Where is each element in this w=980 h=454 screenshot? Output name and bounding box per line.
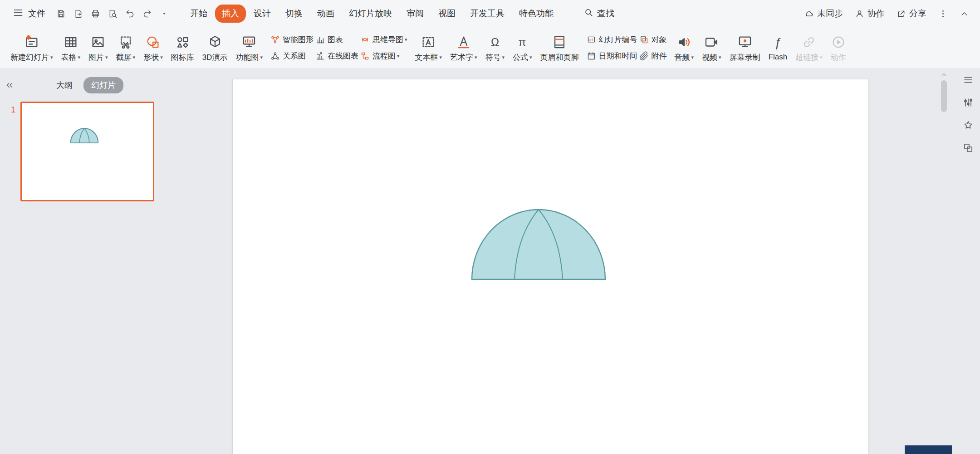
share-icon xyxy=(897,9,906,19)
dotsv-icon xyxy=(938,9,948,19)
ribbon-label: 艺术字▾ xyxy=(450,52,477,63)
undo-button[interactable] xyxy=(122,5,138,22)
more-menu-button[interactable] xyxy=(934,9,952,19)
ribbon-attachment-button[interactable]: 附件 xyxy=(639,51,667,61)
ribbon-new-slide-button[interactable]: 新建幻灯片▾ xyxy=(6,27,57,68)
share-button[interactable]: 分享 xyxy=(892,8,931,20)
file-menu-button[interactable]: 文件 xyxy=(13,7,45,20)
editor-canvas xyxy=(157,69,956,454)
smart-icon xyxy=(270,35,280,44)
scroll-up-button[interactable] xyxy=(940,71,948,78)
chevup-icon xyxy=(960,9,969,19)
slide-panel: 大纲 幻灯片 1 xyxy=(0,69,157,454)
relation-icon xyxy=(270,51,280,61)
ribbon-textbox-button[interactable]: 文本框▾ xyxy=(411,27,446,68)
raillist-icon xyxy=(963,74,974,85)
dome-shape[interactable] xyxy=(470,207,607,281)
ribbon-label: Flash xyxy=(769,53,788,62)
ribbon-symbol-button[interactable]: Ω符号▾ xyxy=(481,27,509,68)
railshapes-icon xyxy=(963,142,974,153)
ribbon-object-button[interactable]: 对象 xyxy=(639,34,667,45)
hyperlink-icon xyxy=(801,34,817,51)
ribbon-table-button[interactable]: 表格▾ xyxy=(57,27,85,68)
ribbon-audio-button[interactable]: 音频▾ xyxy=(671,27,698,68)
tab-outline[interactable]: 大纲 xyxy=(56,80,73,91)
ribbon-relationship-diagram-button[interactable]: 关系图 xyxy=(270,51,314,61)
print-preview-button[interactable] xyxy=(104,5,121,22)
ribbon-screenshot-button[interactable]: 截屏▾ xyxy=(112,27,140,68)
video-icon xyxy=(704,34,719,51)
menu-tab-view[interactable]: 视图 xyxy=(431,5,462,23)
sync-status-button[interactable]: 未同步 xyxy=(800,8,848,20)
ribbon-label: 表格▾ xyxy=(61,52,81,63)
print-button[interactable] xyxy=(87,5,103,22)
ribbon-wordart-button[interactable]: 艺术字▾ xyxy=(446,27,481,68)
titlebar: 文件 开始插入设计切换动画幻灯片放映审阅视图开发工具特色功能 查找 未同步协作分… xyxy=(0,0,980,27)
ribbon-icon-library-button[interactable]: 图标库 xyxy=(167,27,198,68)
collapse-ribbon-button[interactable] xyxy=(955,9,974,19)
ribbon-header-footer-button[interactable]: 页眉和页脚 xyxy=(536,27,583,68)
ribbon-3d-presentation-button[interactable]: 3D演示 xyxy=(198,27,232,68)
menu-tab-transition[interactable]: 切换 xyxy=(279,5,309,23)
menu-tab-features[interactable]: 特色功能 xyxy=(512,5,560,23)
ribbon-label: 文本框▾ xyxy=(415,52,442,63)
vertical-scrollbar xyxy=(939,71,948,143)
ribbon-label: 页眉和页脚 xyxy=(540,52,579,63)
ribbon-date-time-button[interactable]: 日期和时间 xyxy=(587,51,637,61)
collaborate-button[interactable]: 协作 xyxy=(850,8,889,20)
ribbon-formula-button[interactable]: π公式▾ xyxy=(509,27,536,68)
scrollbar-thumb[interactable] xyxy=(941,80,947,112)
ribbon-label: 新建幻灯片▾ xyxy=(10,52,53,63)
redo-button[interactable] xyxy=(139,5,155,22)
ribbon-smart-graphics-button[interactable]: 智能图形 xyxy=(270,34,314,45)
file-menu-label: 文件 xyxy=(28,8,45,20)
ribbon-slide-number-button[interactable]: #1幻灯片编号 xyxy=(587,34,637,45)
slide-thumbnail[interactable] xyxy=(20,102,154,201)
menu-tab-developer[interactable]: 开发工具 xyxy=(463,5,511,23)
panel-list-button[interactable] xyxy=(963,74,974,85)
save-button[interactable] xyxy=(53,5,69,22)
menu-tab-insert[interactable]: 插入 xyxy=(215,5,246,23)
person-icon xyxy=(855,9,864,19)
ribbon-shapes-button[interactable]: 形状▾ xyxy=(139,27,167,68)
menu-tab-slideshow[interactable]: 幻灯片放映 xyxy=(342,5,399,23)
ribbon-label: 图表 xyxy=(328,34,343,45)
attach-icon xyxy=(639,51,649,61)
ribbon-online-chart-button[interactable]: 在线图表 xyxy=(315,51,358,61)
menu-tabs: 开始插入设计切换动画幻灯片放映审阅视图开发工具特色功能 xyxy=(183,5,560,23)
chevron-down-icon: ▾ xyxy=(719,54,721,60)
flash-icon: ƒ xyxy=(770,34,785,51)
quickbar-more-button[interactable] xyxy=(156,5,172,22)
menu-tab-home[interactable]: 开始 xyxy=(183,5,214,23)
ribbon-mindmap-button[interactable]: 思维导图▾ xyxy=(360,34,407,45)
textbox-icon xyxy=(421,34,436,51)
ribbon-picture-button[interactable]: 图片▾ xyxy=(84,27,112,68)
ribbon-stack-column: 智能图形关系图 xyxy=(270,34,314,61)
export-button[interactable] xyxy=(70,5,86,22)
menu-tab-review[interactable]: 审阅 xyxy=(400,5,431,23)
ribbon-label: 音频▾ xyxy=(675,52,694,63)
ribbon-flowchart-button[interactable]: 流程图▾ xyxy=(360,51,407,61)
tab-slides[interactable]: 幻灯片 xyxy=(83,77,123,93)
ribbon-stack-column: 对象附件 xyxy=(639,34,667,61)
panel-favorites-button[interactable] xyxy=(963,120,974,131)
panel-settings-button[interactable] xyxy=(963,97,974,108)
slide-canvas[interactable] xyxy=(232,79,869,454)
ribbon-function-diagram-button[interactable]: 功能图▾ xyxy=(231,27,267,68)
ribbon-screen-record-button[interactable]: 屏幕录制 xyxy=(725,27,764,68)
slide-panel-header: 大纲 幻灯片 xyxy=(0,76,157,94)
menu-tab-animation[interactable]: 动画 xyxy=(310,5,341,23)
panel-objects-button[interactable] xyxy=(963,142,974,153)
ribbon-flash-button[interactable]: ƒFlash xyxy=(764,27,792,68)
ribbon-stack-group: #1幻灯片编号日期和时间对象附件 xyxy=(583,27,671,68)
ribbon-chart-button[interactable]: 图表 xyxy=(315,34,358,45)
ribbon-label: 智能图形 xyxy=(283,34,314,45)
sync-status-label: 未同步 xyxy=(817,8,843,20)
collapse-panel-button[interactable] xyxy=(5,80,15,90)
ribbon-label: 超链接▾ xyxy=(795,52,823,63)
star-icon xyxy=(963,120,974,131)
ribbon-video-button[interactable]: 视频▾ xyxy=(698,27,725,68)
chart-icon xyxy=(315,35,325,44)
menu-tab-design[interactable]: 设计 xyxy=(247,5,278,23)
search-button[interactable]: 查找 xyxy=(584,8,614,20)
